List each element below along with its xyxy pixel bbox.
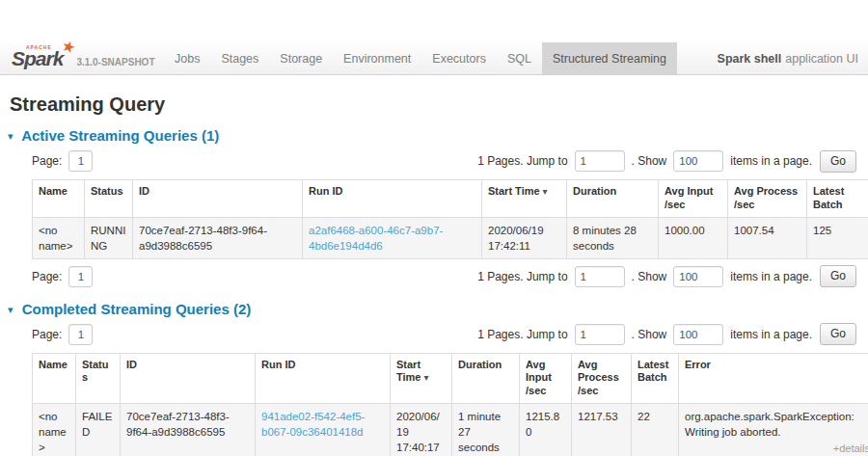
col-header-duration[interactable]: Duration [452,353,520,403]
items-text: items in a page. [730,154,812,168]
cell-avg-process: 1217.53 [572,403,632,456]
cell-id: 70ce7eaf-2713-48f3-9f64-a9d3988c6595 [121,403,256,456]
spark-logo[interactable]: APACHE Spark ★ [12,48,63,69]
cell-run-id: 941ade02-f542-4ef5-b067-09c36401418d [256,403,391,456]
col-header-status[interactable]: Status [76,353,121,403]
cell-avg-process: 1007.54 [728,217,807,258]
show-text: . Show [632,154,667,168]
collapse-arrow-icon: ▾ [8,130,14,142]
col-header-avg-process[interactable]: Avg Process /sec [572,353,632,403]
col-header-name[interactable]: Name [33,353,76,403]
cell-latest-batch: 125 [807,217,868,258]
run-id-link[interactable]: a2af6468-a600-46c7-a9b7-4bd6e194d4d6 [309,225,443,252]
nav-tabs: Jobs Stages Storage Environment Executor… [164,42,677,74]
brand-area: APACHE Spark ★ 3.1.0-SNAPSHOT [12,42,164,74]
page-label: Page: [32,328,62,341]
show-items-input[interactable] [673,266,723,287]
spark-wordmark: Spark [12,47,63,69]
items-text: items in a page. [730,328,812,341]
col-header-run-id[interactable]: Run ID [256,353,391,403]
section-toggle-active-queries[interactable]: ▾ Active Streaming Queries (1) [8,127,856,144]
jump-to-input[interactable] [575,150,625,172]
top-whitespace [0,0,868,42]
page-label: Page: [32,270,62,283]
table-row: <no name> FAILED 70ce7eaf-2713-48f3-9f64… [33,403,868,456]
page-input[interactable] [68,150,93,172]
jump-to-input[interactable] [575,324,625,345]
details-link[interactable]: +details [833,442,868,456]
page-label: Page: [32,154,62,168]
completed-section-body: Page: 1 Pages. Jump to . Show items in a… [32,322,856,456]
completed-queries-table: Name Status ID Run ID Start Time▾ Durati… [32,353,868,456]
application-title: Spark shell application UI [718,42,858,74]
top-navbar: APACHE Spark ★ 3.1.0-SNAPSHOT Jobs Stage… [0,42,868,75]
items-text: items in a page. [730,270,812,283]
pages-jump-text: 1 Pages. Jump to [477,328,567,341]
nav-tab-storage[interactable]: Storage [269,42,333,74]
cell-avg-input: 1000.00 [659,217,728,258]
nav-tab-structured-streaming[interactable]: Structured Streaming [542,42,677,74]
nav-tab-executors[interactable]: Executors [421,42,497,74]
nav-tab-environment[interactable]: Environment [333,42,421,74]
table-header-row: Name Status ID Run ID Start Time▾ Durati… [33,180,868,218]
pages-jump-text: 1 Pages. Jump to [477,270,567,283]
nav-tab-jobs[interactable]: Jobs [164,42,210,74]
cell-name: <no name> [33,403,76,456]
col-header-run-id[interactable]: Run ID [303,180,482,218]
pages-jump-text: 1 Pages. Jump to [477,154,567,168]
cell-avg-input: 1215.80 [520,403,572,456]
collapse-arrow-icon: ▾ [8,304,14,315]
show-items-input[interactable] [673,150,723,172]
active-section-title: Active Streaming Queries (1) [21,127,219,144]
run-id-link[interactable]: 941ade02-f542-4ef5-b067-09c36401418d [261,411,365,438]
col-header-name[interactable]: Name [33,180,85,218]
show-text: . Show [632,328,667,341]
col-header-latest-batch[interactable]: Latest Batch [632,353,679,403]
col-header-status[interactable]: Status [85,180,133,218]
table-header-row: Name Status ID Run ID Start Time▾ Durati… [33,353,868,403]
col-header-start-time[interactable]: Start Time▾ [482,180,567,218]
cell-latest-batch: 22 [632,403,679,456]
pagination-bar: Page: 1 Pages. Jump to . Show items in a… [32,264,856,289]
col-header-start-time[interactable]: Start Time▾ [391,353,452,403]
col-header-error[interactable]: Error [679,353,868,403]
go-button[interactable]: Go [820,150,856,173]
completed-section-title: Completed Streaming Queries (2) [22,301,252,317]
app-name: Spark shell [718,52,782,66]
cell-start-time: 2020/06/19 17:40:17 [391,403,452,456]
page-content: Streaming Query ▾ Active Streaming Queri… [0,94,868,456]
page-input[interactable] [68,324,93,345]
cell-start-time: 2020/06/19 17:42:11 [482,217,567,258]
app-suffix: application UI [785,52,858,66]
nav-tab-sql[interactable]: SQL [497,42,542,74]
cell-duration: 8 minutes 28 seconds [567,217,659,258]
spark-version: 3.1.0-SNAPSHOT [76,57,154,67]
nav-tab-stages[interactable]: Stages [210,42,269,74]
sort-arrow-icon: ▾ [543,186,548,197]
go-button[interactable]: Go [820,265,856,287]
section-toggle-completed-queries[interactable]: ▾ Completed Streaming Queries (2) [8,301,856,317]
col-header-id[interactable]: ID [133,180,303,218]
col-header-duration[interactable]: Duration [567,180,659,218]
apache-label: APACHE [26,44,52,50]
col-header-avg-input[interactable]: Avg Input /sec [520,353,572,403]
jump-to-input[interactable] [575,266,625,287]
col-header-avg-process[interactable]: Avg Process /sec [728,180,807,218]
active-queries-table: Name Status ID Run ID Start Time▾ Durati… [32,179,868,259]
cell-status: RUNNING [85,217,133,258]
go-button[interactable]: Go [820,323,856,345]
col-header-latest-batch[interactable]: Latest Batch [807,180,868,218]
show-text: . Show [632,270,667,283]
cell-error: org.apache.spark.SparkException: Writing… [679,403,868,456]
page-input[interactable] [68,266,93,287]
col-header-id[interactable]: ID [121,353,256,403]
pagination-bar: Page: 1 Pages. Jump to . Show items in a… [32,322,856,347]
cell-id: 70ce7eaf-2713-48f3-9f64-a9d3988c6595 [133,217,303,258]
col-header-avg-input[interactable]: Avg Input /sec [659,180,728,218]
page-title: Streaming Query [10,94,856,116]
cell-status: FAILED [76,403,121,456]
show-items-input[interactable] [673,324,723,345]
sort-arrow-icon: ▾ [423,372,428,383]
active-section-body: Page: 1 Pages. Jump to . Show items in a… [32,148,856,289]
cell-duration: 1 minute 27 seconds [452,403,520,456]
